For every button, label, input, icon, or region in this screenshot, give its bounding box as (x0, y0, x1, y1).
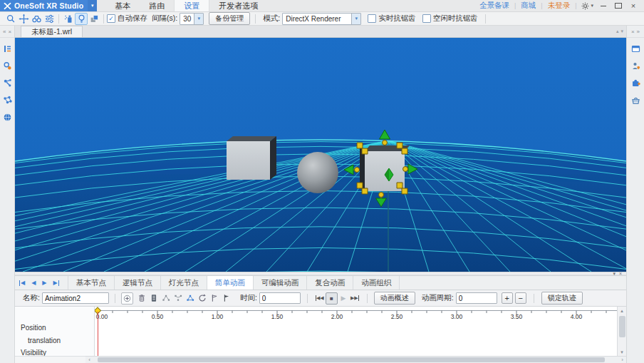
paint-tool-button[interactable] (62, 13, 75, 25)
flag-end-button[interactable] (221, 292, 233, 305)
panel-tab[interactable]: 基本节点 (68, 276, 115, 290)
stop-button[interactable]: ■ (326, 292, 338, 305)
properties-panel-button[interactable] (630, 44, 641, 54)
first-tab-button[interactable]: ◀ (19, 280, 25, 286)
filter-tool-button[interactable] (43, 13, 56, 25)
menu-item[interactable]: 开发者选项 (209, 0, 267, 11)
animation-overview-button[interactable]: 动画概述 (374, 292, 415, 305)
playhead[interactable] (98, 312, 98, 359)
panel-tab[interactable]: 简单动画 (207, 276, 254, 290)
period-input[interactable] (456, 292, 497, 304)
renderer-select[interactable]: DirectX Renderer ▾ (282, 13, 361, 25)
track-row[interactable]: translation (15, 334, 94, 347)
next-tab-button[interactable]: ▶ (42, 280, 46, 286)
menu-item[interactable]: 路由 (140, 0, 174, 11)
vertical-scroll-thumb[interactable] (619, 316, 625, 337)
node-mode-2-button[interactable] (172, 292, 185, 305)
move-icon (19, 14, 29, 24)
close-timeline-icon[interactable]: × (619, 272, 622, 275)
gizmo-ball[interactable] (403, 167, 408, 172)
node-mode-1-button[interactable] (160, 292, 172, 305)
backup-manage-button[interactable]: 备份管理 (209, 12, 250, 25)
go-start-button[interactable]: ◀◀ (314, 292, 326, 304)
add-keyframe-button[interactable] (121, 292, 133, 305)
restore-button[interactable] (613, 1, 623, 11)
menu-item[interactable]: 基本 (105, 0, 140, 11)
plugin-panel-button[interactable] (630, 78, 641, 88)
avatar-panel-button[interactable] (630, 61, 641, 71)
realtime-aa-checkbox[interactable] (368, 14, 376, 23)
play-button[interactable]: ▶ (338, 292, 349, 304)
period-decrease-button[interactable]: − (515, 292, 526, 304)
app-menu-caret-icon[interactable]: ▾ (88, 0, 97, 11)
close-button[interactable]: × (628, 1, 638, 11)
close-panel-icon[interactable]: × (631, 29, 635, 35)
panel-tab[interactable]: 复合动画 (307, 276, 353, 290)
app-logo-area[interactable]: OneSoft XR Studio (0, 0, 88, 11)
panel-tab[interactable]: 逻辑节点 (115, 276, 161, 290)
close-panel-icon[interactable]: × (8, 29, 11, 35)
minimize-button[interactable] (598, 1, 608, 11)
duplicate-tool-button[interactable] (88, 13, 100, 25)
globe-button[interactable] (2, 112, 13, 123)
track-row[interactable]: Position (15, 322, 94, 334)
store-link[interactable]: 商城 (521, 1, 536, 11)
tab-scroll-down-icon[interactable]: ▾ (620, 29, 623, 34)
gizmo-ball[interactable] (383, 140, 388, 145)
prev-tab-button[interactable]: ◀ (31, 280, 36, 286)
scroll-right-icon[interactable]: › (618, 357, 626, 363)
go-end-button[interactable]: ▶▶ (349, 292, 360, 304)
molecule-button[interactable] (2, 95, 13, 106)
scene-tree-button[interactable] (2, 44, 13, 54)
minus-icon: − (519, 294, 523, 302)
move-tool-button[interactable] (17, 13, 30, 25)
timeline-ruler[interactable]: 0.000.501.001.502.002.503.003.504.00 (95, 307, 617, 319)
light-tool-button[interactable] (75, 13, 88, 25)
resource-basket-button[interactable] (630, 95, 641, 106)
flag-start-button[interactable] (209, 292, 221, 305)
loop-refresh-icon (197, 293, 207, 303)
autosave-checkbox[interactable]: ✓ (107, 14, 115, 23)
menu-item[interactable]: 设置 (174, 0, 209, 11)
scroll-down-icon[interactable]: ▾ (618, 348, 626, 356)
panel-tab[interactable]: 可编辑动画 (254, 276, 308, 290)
collapse-timeline-icon[interactable]: ▾ (613, 272, 616, 275)
node-mode-3-button[interactable] (185, 292, 197, 305)
horizontal-scrollbar[interactable]: ‹ › (85, 356, 626, 363)
settings-gear-button[interactable]: ▾ (581, 2, 593, 10)
loop-button[interactable] (197, 292, 209, 305)
last-tab-button[interactable]: ▶ (53, 280, 58, 286)
collapse-panel-icon[interactable]: » (637, 29, 640, 35)
period-increase-button[interactable]: + (502, 292, 513, 304)
keyframe-list-button[interactable] (148, 292, 160, 305)
node-search-button[interactable] (2, 61, 13, 71)
idle-aa-checkbox[interactable] (422, 14, 431, 23)
scroll-up-icon[interactable]: ▴ (618, 307, 626, 315)
interval-select[interactable]: 30 ▾ (180, 13, 204, 25)
lock-track-button[interactable]: 锁定轨迹 (541, 292, 583, 305)
gizmo-ball[interactable] (379, 193, 384, 198)
delete-keyframe-button[interactable] (136, 292, 148, 305)
panorama-link[interactable]: 全景备课 (479, 1, 509, 11)
time-input[interactable] (259, 292, 301, 304)
tab-scroll-up-icon[interactable]: ▴ (616, 29, 619, 34)
viewport-3d[interactable] (15, 38, 626, 272)
zoom-tool-button[interactable] (4, 13, 17, 25)
animation-name-input[interactable] (42, 292, 109, 304)
gear-caret-icon: ▾ (591, 3, 593, 9)
horizontal-scroll-thumb[interactable] (98, 357, 605, 362)
vertical-scrollbar[interactable]: ▴ ▾ (617, 307, 626, 356)
panel-tab[interactable]: 动画组织 (353, 276, 400, 290)
cube-object[interactable] (227, 136, 276, 180)
realtime-aa-label: 实时抗锯齿 (378, 14, 416, 24)
collapse-panel-icon[interactable]: « (3, 29, 6, 35)
document-tab[interactable]: 未标题-1.wrl (21, 26, 83, 37)
gizmo-ball[interactable] (355, 168, 360, 173)
login-status[interactable]: 未登录 (548, 1, 571, 11)
stop-icon: ■ (330, 295, 333, 302)
sphere-object[interactable] (297, 152, 338, 193)
skeleton-button[interactable] (2, 78, 13, 88)
browse-tool-button[interactable] (30, 13, 43, 25)
scroll-left-icon[interactable]: ‹ (85, 357, 93, 363)
panel-tab[interactable]: 灯光节点 (161, 276, 207, 290)
